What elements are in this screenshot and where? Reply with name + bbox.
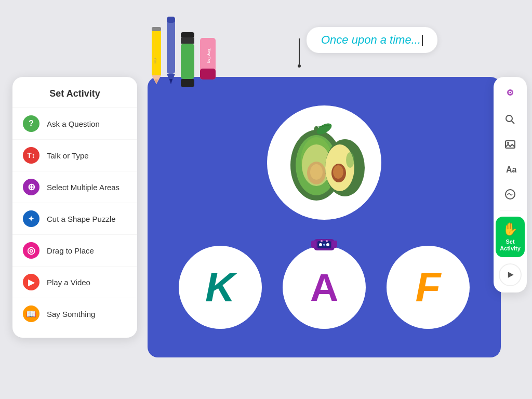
svg-point-43: [510, 92, 511, 94]
svg-rect-2: [154, 31, 155, 75]
image-icon: [504, 138, 516, 151]
svg-point-38: [326, 243, 329, 246]
set-activity-button-label: SetActivity: [500, 238, 521, 252]
svg-rect-34: [332, 241, 337, 248]
svg-rect-33: [311, 241, 316, 248]
svg-rect-7: [167, 17, 175, 23]
search-button[interactable]: [499, 108, 522, 131]
paint-button[interactable]: [499, 83, 522, 106]
svg-point-47: [507, 142, 509, 144]
svg-point-39: [321, 240, 323, 242]
drag-place-label: Drag to Place: [47, 246, 94, 255]
pink-eraser-tool[interactable]: Tiny Tag: [200, 37, 216, 87]
bubble-line: [299, 38, 300, 64]
ask-question-label: Ask a Question: [47, 119, 100, 128]
svg-point-30: [333, 165, 343, 179]
paint-icon: [504, 88, 516, 101]
left-panel: Set Activity ? Ask a Question T↕ Talk or…: [12, 77, 137, 338]
avocado-image: [277, 116, 371, 209]
robot-crown-svg: [311, 236, 337, 252]
text-icon: Aa: [504, 163, 516, 176]
svg-point-37: [323, 244, 325, 246]
play-button[interactable]: [499, 263, 522, 286]
svg-rect-10: [181, 32, 194, 37]
drag-place-icon: ◎: [23, 242, 39, 259]
image-button[interactable]: [499, 133, 522, 156]
svg-rect-15: [200, 69, 216, 79]
svg-text:HB: HB: [153, 58, 157, 63]
svg-rect-6: [167, 17, 175, 74]
select-areas-label: Select Multiple Areas: [47, 183, 119, 192]
play-video-icon: ▶: [23, 274, 39, 290]
svg-text:Tiny Tag: Tiny Tag: [207, 48, 211, 63]
ask-question-icon: ?: [23, 115, 39, 132]
letter-row: K A F: [179, 246, 470, 329]
toolbar-divider: [500, 210, 521, 210]
svg-line-45: [512, 121, 515, 124]
menu-item-play-video[interactable]: ▶ Play a Video: [12, 267, 137, 298]
pencil-svg: HB: [151, 24, 162, 87]
svg-point-40: [326, 240, 328, 242]
say-something-icon: 📖: [23, 305, 39, 322]
say-something-label: Say Somthing: [47, 310, 95, 318]
talk-type-icon: T↕: [23, 147, 39, 164]
bubble-text: Once upon a time...: [321, 33, 421, 46]
panel-title: Set Activity: [12, 77, 137, 108]
cut-shape-icon: ✦: [23, 210, 39, 227]
top-tools: HB Tiny Tag: [151, 17, 216, 87]
main-canvas: K A F: [148, 77, 501, 357]
svg-rect-13: [181, 79, 194, 87]
right-toolbar: Aa ✋ SetActivity: [494, 77, 527, 292]
menu-item-select-areas[interactable]: ⊕ Select Multiple Areas: [12, 171, 137, 203]
svg-point-36: [319, 243, 322, 246]
svg-rect-12: [181, 44, 194, 79]
svg-rect-1: [152, 31, 161, 75]
menu-item-ask-question[interactable]: ? Ask a Question: [12, 108, 137, 140]
menu-item-drag-place[interactable]: ◎ Drag to Place: [12, 235, 137, 267]
svg-marker-9: [169, 79, 172, 84]
talk-type-label: Talk or Type: [47, 151, 89, 160]
svg-marker-51: [508, 272, 514, 278]
letter-f-circle[interactable]: F: [387, 246, 470, 329]
svg-point-44: [506, 115, 512, 122]
green-marker-svg: [180, 32, 195, 87]
blue-pen-tool[interactable]: [166, 17, 176, 87]
pencil-tool[interactable]: HB: [151, 24, 162, 87]
letter-a: A: [310, 265, 338, 310]
set-activity-button[interactable]: ✋ SetActivity: [496, 217, 525, 257]
letter-k: K: [205, 263, 235, 311]
text-button[interactable]: Aa: [499, 158, 522, 181]
svg-text:Aa: Aa: [506, 165, 516, 174]
svg-rect-0: [152, 27, 161, 31]
text-bubble: Once upon a time...: [307, 27, 437, 53]
menu-item-talk-type[interactable]: T↕ Talk or Type: [12, 140, 137, 171]
letter-a-circle[interactable]: A: [283, 246, 366, 329]
svg-rect-11: [181, 37, 194, 44]
avocado-circle[interactable]: [267, 105, 381, 220]
letter-k-circle[interactable]: K: [179, 246, 262, 329]
select-areas-icon: ⊕: [23, 179, 39, 195]
play-icon: [505, 270, 515, 280]
hand-icon: ✋: [502, 222, 518, 236]
green-marker-tool[interactable]: [180, 32, 195, 87]
pink-eraser-svg: Tiny Tag: [200, 37, 216, 87]
settings-button[interactable]: [499, 183, 522, 206]
bubble-dot: [298, 64, 301, 68]
menu-item-say-something[interactable]: 📖 Say Somthing: [12, 298, 137, 329]
settings-icon: [504, 188, 516, 201]
search-icon: [504, 113, 516, 126]
play-video-label: Play a Video: [47, 278, 90, 287]
text-cursor: [422, 35, 423, 46]
menu-item-cut-shape[interactable]: ✦ Cut a Shape Puzzle: [12, 203, 137, 235]
cut-shape-label: Cut a Shape Puzzle: [47, 215, 116, 223]
letter-f: F: [416, 263, 441, 311]
blue-pen-svg: [166, 17, 176, 87]
svg-point-31: [346, 152, 354, 168]
